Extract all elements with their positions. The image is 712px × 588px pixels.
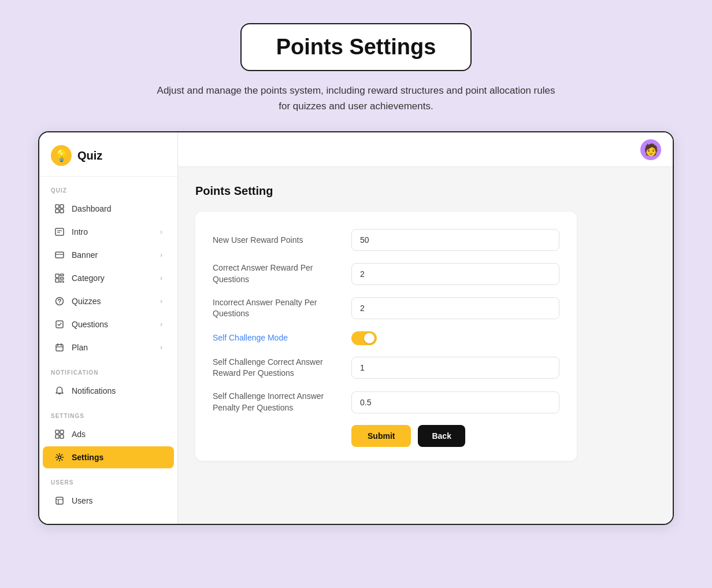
toggle-self-challenge-mode[interactable]	[351, 331, 377, 345]
svg-rect-11	[60, 278, 64, 279]
sidebar-item-users[interactable]: Users	[43, 490, 174, 512]
plan-icon	[54, 342, 65, 353]
sidebar-label-quizzes: Quizzes	[72, 297, 101, 306]
sidebar-section-quiz: QUIZ	[39, 177, 177, 197]
logo-text: Quiz	[77, 149, 102, 162]
avatar: 🧑	[640, 139, 661, 160]
page-title-box: Points Settings	[240, 23, 472, 71]
input-sc-incorrect[interactable]	[351, 391, 559, 413]
content-area: Points Setting New User Reward Points Co…	[178, 167, 673, 524]
sidebar-section-users: USERS	[39, 469, 177, 489]
svg-rect-17	[56, 345, 63, 351]
form-row-sc-correct: Self Challenge Correct Answer Reward Per…	[213, 357, 559, 379]
submit-button[interactable]: Submit	[351, 425, 411, 447]
sidebar-label-settings: Settings	[72, 453, 103, 462]
label-sc-incorrect: Self Challenge Inorrect Answer Penalty P…	[213, 391, 340, 413]
sidebar-item-dashboard[interactable]: Dashboard	[43, 198, 174, 220]
svg-rect-10	[60, 274, 64, 276]
sidebar-label-intro: Intro	[72, 227, 88, 236]
sidebar-logo: 💡 Quiz	[39, 132, 177, 177]
svg-point-15	[59, 303, 60, 304]
questions-icon	[54, 319, 65, 330]
svg-rect-2	[55, 209, 59, 213]
topbar: 🧑	[178, 132, 673, 167]
svg-rect-13	[60, 281, 64, 283]
label-new-user-reward: New User Reward Points	[213, 235, 340, 246]
sidebar-item-banner[interactable]: Banner ›	[43, 244, 174, 266]
svg-rect-23	[55, 435, 59, 438]
svg-point-25	[58, 456, 61, 459]
svg-rect-7	[55, 252, 64, 258]
back-button[interactable]: Back	[418, 425, 465, 447]
sidebar-item-intro[interactable]: Intro ›	[43, 221, 174, 243]
svg-rect-24	[60, 435, 64, 438]
label-correct-answer: Correct Answer Reward Per Questions	[213, 262, 340, 285]
sidebar-label-banner: Banner	[72, 250, 98, 260]
sidebar-item-questions[interactable]: Questions ›	[43, 313, 174, 335]
input-correct-answer[interactable]	[351, 263, 559, 285]
input-incorrect-penalty[interactable]	[351, 297, 559, 319]
sidebar-label-notifications: Notifications	[72, 386, 116, 395]
app-window: 💡 Quiz QUIZ Dashboard	[38, 131, 674, 525]
svg-rect-26	[56, 497, 63, 504]
form-row-incorrect-penalty: Incorrect Answer Penalty Per Questions	[213, 297, 559, 320]
svg-rect-22	[60, 430, 64, 434]
sidebar-item-quizzes[interactable]: Quizzes ›	[43, 290, 174, 312]
form-row-sc-incorrect: Self Challenge Inorrect Answer Penalty P…	[213, 391, 559, 413]
svg-rect-4	[55, 228, 64, 235]
label-sc-correct: Self Challenge Correct Answer Reward Per…	[213, 357, 340, 379]
svg-rect-12	[55, 279, 59, 282]
chevron-right-icon: ›	[160, 251, 162, 259]
page-subtitle: Adjust and manage the points system, inc…	[154, 83, 558, 114]
sidebar-item-notifications[interactable]: Notifications	[43, 380, 174, 402]
sidebar-label-questions: Questions	[72, 320, 108, 329]
svg-rect-0	[55, 205, 59, 208]
input-new-user-reward[interactable]	[351, 229, 559, 251]
dashboard-icon	[54, 204, 65, 214]
form-card: New User Reward Points Correct Answer Re…	[195, 212, 577, 461]
form-row-new-user-reward: New User Reward Points	[213, 229, 559, 251]
chevron-right-icon: ›	[160, 274, 162, 282]
sidebar-label-plan: Plan	[72, 343, 88, 352]
chevron-right-icon: ›	[160, 343, 162, 352]
users-icon	[54, 495, 65, 506]
chevron-right-icon: ›	[160, 297, 162, 305]
input-sc-correct[interactable]	[351, 357, 559, 379]
quizzes-icon	[54, 296, 65, 306]
ads-icon	[54, 429, 65, 439]
form-actions: Submit Back	[213, 425, 559, 447]
intro-icon	[54, 227, 65, 237]
form-row-correct-answer: Correct Answer Reward Per Questions	[213, 262, 559, 285]
chevron-right-icon: ›	[160, 228, 162, 236]
settings-icon	[54, 452, 65, 463]
sidebar-label-ads: Ads	[72, 430, 86, 439]
sidebar-item-settings[interactable]: Settings	[43, 446, 174, 468]
section-title: Points Setting	[195, 184, 655, 198]
sidebar-item-ads[interactable]: Ads	[43, 423, 174, 445]
svg-rect-3	[60, 209, 64, 213]
sidebar-label-users: Users	[72, 496, 93, 505]
form-row-self-challenge-mode: Self Challenge Mode	[213, 331, 559, 345]
sidebar-section-notification: NOTIFICATION	[39, 359, 177, 379]
banner-icon	[54, 250, 65, 260]
logo-icon: 💡	[51, 145, 72, 166]
chevron-right-icon: ›	[160, 320, 162, 328]
label-self-challenge-mode: Self Challenge Mode	[213, 332, 340, 344]
sidebar-item-plan[interactable]: Plan ›	[43, 336, 174, 358]
sidebar: 💡 Quiz QUIZ Dashboard	[39, 132, 178, 524]
label-incorrect-penalty: Incorrect Answer Penalty Per Questions	[213, 297, 340, 320]
sidebar-item-category[interactable]: Category ›	[43, 267, 174, 289]
notifications-icon	[54, 386, 65, 396]
main-content: 🧑 Points Setting New User Reward Points …	[178, 132, 673, 524]
sidebar-label-category: Category	[72, 273, 105, 283]
category-icon	[54, 273, 65, 283]
svg-rect-21	[55, 430, 59, 434]
sidebar-section-settings: SETTINGS	[39, 402, 177, 423]
svg-rect-9	[55, 274, 59, 278]
sidebar-label-dashboard: Dashboard	[72, 204, 112, 213]
svg-rect-1	[60, 205, 64, 208]
page-title: Points Settings	[276, 35, 436, 59]
